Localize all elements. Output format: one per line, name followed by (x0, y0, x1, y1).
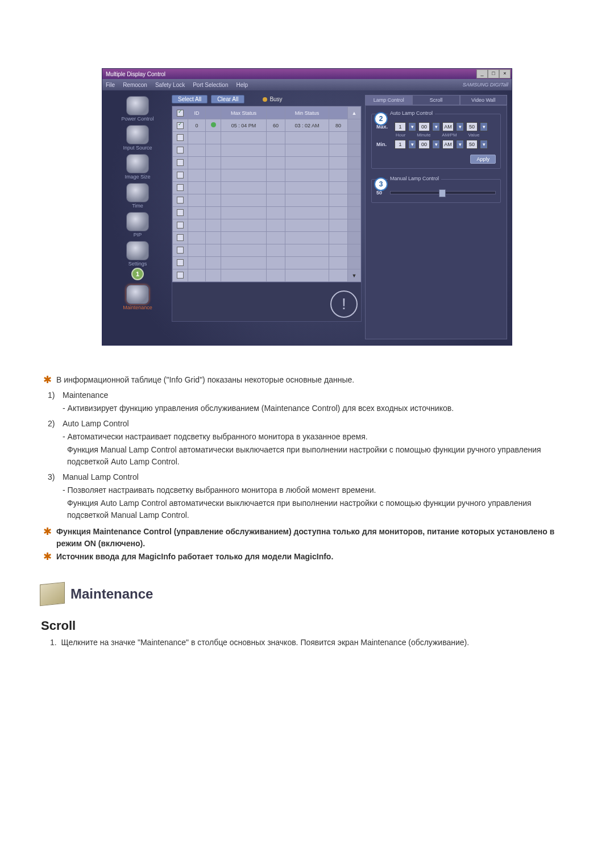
col-min-status: Min Status (285, 107, 329, 119)
info-grid: ID Max Status Min Status ▲ 0 (172, 106, 362, 283)
table-row (173, 219, 361, 232)
slider-thumb-icon[interactable] (439, 189, 446, 197)
sidebar-item-power-control[interactable]: Power Control (107, 95, 168, 122)
chevron-down-icon[interactable]: ▾ (456, 122, 464, 131)
close-icon[interactable]: × (499, 69, 511, 78)
input-source-icon (126, 125, 149, 144)
min-minute-input[interactable]: 00 (418, 140, 430, 149)
settings-icon (126, 241, 149, 260)
callout-marker-1: 1 (131, 268, 144, 280)
item-title: Maintenance (63, 389, 108, 401)
col-check (173, 107, 188, 119)
sidebar-item-maintenance[interactable]: Maintenance (107, 284, 168, 310)
max-minute-input[interactable]: 00 (418, 122, 430, 131)
note-text: Функция Maintenance Control (управление … (56, 526, 571, 550)
apply-button[interactable]: Apply (470, 155, 496, 164)
busy-dot-icon (263, 97, 267, 102)
table-row: ▼ (173, 269, 361, 282)
table-row (173, 182, 361, 194)
minimize-icon[interactable]: _ (476, 69, 488, 78)
menubar: File Remocon Safety Lock Port Selection … (102, 79, 512, 90)
clear-all-button[interactable]: Clear All (211, 95, 244, 103)
col-min-val (329, 107, 348, 119)
col-max-val (266, 107, 285, 119)
max-value-input[interactable]: 50 (466, 122, 478, 131)
center-panel: Select All Clear All Busy ID Max Status (172, 95, 362, 339)
scrollbar[interactable]: ▲ (348, 107, 361, 119)
check-all-icon[interactable] (177, 110, 184, 117)
tab-lamp-control[interactable]: Lamp Control (365, 95, 412, 105)
max-hour-input[interactable]: 1 (395, 122, 406, 131)
manual-lamp-group: 3 Manual Lamp Control 50 (371, 179, 501, 203)
table-row (173, 132, 361, 144)
max-ampm-input[interactable]: AM (442, 122, 454, 131)
menu-remocon[interactable]: Remocon (123, 82, 147, 88)
menu-file[interactable]: File (106, 82, 115, 88)
item-title: Auto Lamp Control (63, 418, 129, 430)
table-row (173, 169, 361, 182)
image-size-icon (126, 154, 149, 173)
app-window: Multiple Display Control _ □ × File Remo… (102, 68, 512, 346)
tab-video-wall[interactable]: Video Wall (460, 95, 507, 105)
table-row (173, 144, 361, 157)
pip-icon (126, 212, 149, 231)
chevron-down-icon[interactable]: ▾ (456, 140, 464, 149)
col-status (206, 107, 221, 119)
maintenance-icon (126, 285, 149, 304)
right-panel: Lamp Control Scroll Video Wall 2 Auto La… (365, 95, 507, 339)
section-title: Maintenance (70, 586, 153, 602)
auto-lamp-group: 2 Auto Lamp Control Max. 1▾ 00▾ AM▾ 50▾ … (371, 114, 501, 169)
status-led-icon (211, 122, 216, 127)
info-icon: ! (330, 290, 358, 318)
table-row (173, 232, 361, 244)
table-row (173, 257, 361, 269)
table-row (173, 157, 361, 169)
callout-marker-3: 3 (374, 177, 388, 191)
paragraph: Щелкните на значке "Maintenance" в столб… (61, 638, 469, 647)
sidebar-item-time[interactable]: Time (107, 182, 168, 209)
section-heading: Maintenance (40, 583, 574, 605)
manual-lamp-title: Manual Lamp Control (388, 176, 441, 181)
sidebar-item-image-size[interactable]: Image Size (107, 153, 168, 180)
menu-safety-lock[interactable]: Safety Lock (155, 82, 185, 88)
table-row (173, 244, 361, 257)
sidebar-item-input-source[interactable]: Input Source (107, 124, 168, 151)
min-label: Min. (376, 142, 392, 147)
chevron-down-icon[interactable]: ▾ (408, 122, 416, 131)
chevron-down-icon[interactable]: ▾ (432, 122, 440, 131)
sidebar-item-settings[interactable]: Settings 1 (107, 240, 168, 281)
table-row[interactable]: 0 05 : 04 PM 60 03 : 02 AM 80 (173, 119, 361, 132)
col-max-status: Max Status (221, 107, 267, 119)
note-text: В информационной таблице ("Info Grid") п… (56, 374, 354, 386)
min-ampm-input[interactable]: AM (442, 140, 454, 149)
chevron-down-icon[interactable]: ▾ (408, 140, 416, 149)
min-hour-input[interactable]: 1 (395, 140, 406, 149)
time-icon (126, 183, 149, 202)
tab-scroll[interactable]: Scroll (412, 95, 459, 105)
sidebar-item-pip[interactable]: PIP (107, 211, 168, 238)
sub-heading: Scroll (41, 618, 574, 633)
sidebar: Power Control Input Source Image Size Ti… (107, 95, 168, 339)
box-icon (40, 582, 65, 607)
auto-lamp-title: Auto Lamp Control (388, 110, 435, 116)
power-icon (126, 96, 149, 115)
col-id: ID (188, 107, 206, 119)
star-icon: ✱ (43, 375, 52, 385)
chevron-down-icon[interactable]: ▾ (480, 140, 488, 149)
busy-indicator: Busy (263, 96, 282, 102)
min-value-input[interactable]: 50 (466, 140, 478, 149)
chevron-down-icon[interactable]: ▾ (432, 140, 440, 149)
brand-label: SAMSUNG DIGITall (463, 82, 508, 88)
menu-help[interactable]: Help (236, 82, 248, 88)
callout-marker-2: 2 (374, 112, 388, 126)
maximize-icon[interactable]: □ (488, 69, 499, 78)
select-all-button[interactable]: Select All (172, 95, 208, 103)
menu-port-selection[interactable]: Port Selection (193, 82, 228, 88)
table-row (173, 194, 361, 207)
lamp-slider[interactable] (390, 191, 496, 194)
chevron-down-icon[interactable]: ▾ (480, 122, 488, 131)
row-check-icon[interactable] (177, 122, 184, 129)
titlebar: Multiple Display Control _ □ × (102, 69, 512, 79)
note-text: Источник ввода для MagicInfo работает то… (56, 551, 333, 563)
item-title: Manual Lamp Control (63, 471, 139, 483)
